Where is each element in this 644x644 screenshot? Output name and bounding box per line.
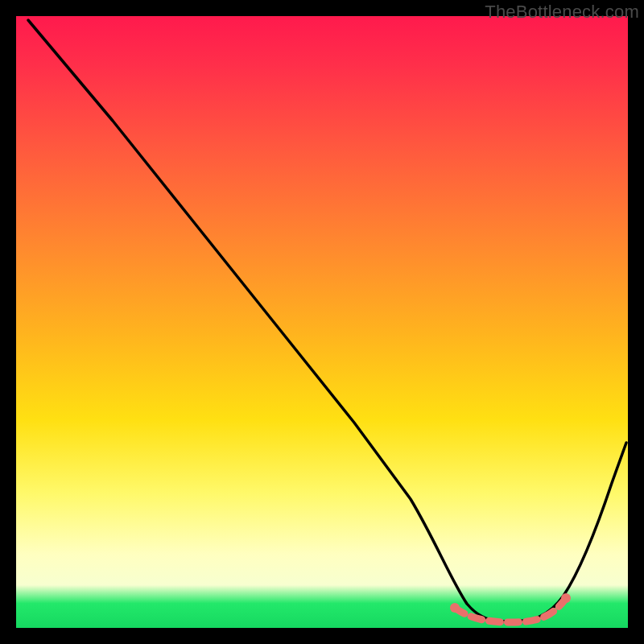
curve-path [28, 20, 626, 621]
optimal-zone-end-dot [561, 593, 571, 603]
optimal-zone-start-dot [450, 603, 460, 613]
bottleneck-line-chart [16, 16, 628, 628]
